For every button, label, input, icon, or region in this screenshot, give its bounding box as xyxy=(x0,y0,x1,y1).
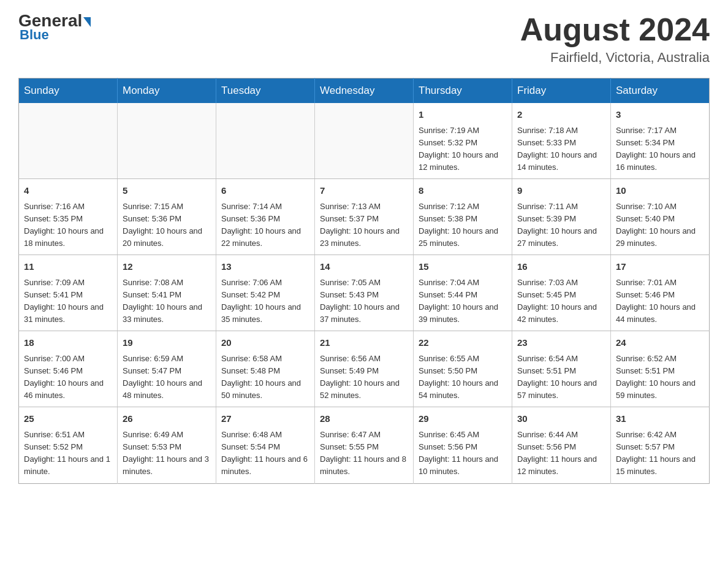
col-wednesday: Wednesday xyxy=(315,79,414,104)
calendar-cell-w5-d7: 31Sunrise: 6:42 AM Sunset: 5:57 PM Dayli… xyxy=(611,407,710,483)
month-title: August 2024 xyxy=(520,12,710,47)
day-number: 15 xyxy=(419,260,507,274)
day-number: 9 xyxy=(517,184,605,198)
calendar-cell-w5-d3: 27Sunrise: 6:48 AM Sunset: 5:54 PM Dayli… xyxy=(216,407,315,483)
day-info: Sunrise: 6:51 AM Sunset: 5:52 PM Dayligh… xyxy=(24,429,112,478)
calendar-cell-w3-d5: 15Sunrise: 7:04 AM Sunset: 5:44 PM Dayli… xyxy=(414,255,512,331)
calendar-cell-w2-d1: 4Sunrise: 7:16 AM Sunset: 5:35 PM Daylig… xyxy=(19,179,118,255)
day-info: Sunrise: 7:03 AM Sunset: 5:45 PM Dayligh… xyxy=(517,277,605,326)
page-header: General Blue August 2024 Fairfield, Vict… xyxy=(18,12,710,66)
day-number: 2 xyxy=(517,108,605,122)
day-number: 12 xyxy=(123,260,211,274)
day-info: Sunrise: 7:09 AM Sunset: 5:41 PM Dayligh… xyxy=(24,277,112,326)
calendar-cell-w1-d4 xyxy=(315,103,414,179)
calendar-cell-w1-d7: 3Sunrise: 7:17 AM Sunset: 5:34 PM Daylig… xyxy=(611,103,710,179)
calendar-cell-w1-d2 xyxy=(118,103,216,179)
day-info: Sunrise: 7:00 AM Sunset: 5:46 PM Dayligh… xyxy=(24,353,112,402)
calendar-cell-w3-d4: 14Sunrise: 7:05 AM Sunset: 5:43 PM Dayli… xyxy=(315,255,414,331)
calendar-cell-w3-d3: 13Sunrise: 7:06 AM Sunset: 5:42 PM Dayli… xyxy=(216,255,315,331)
calendar-cell-w2-d7: 10Sunrise: 7:10 AM Sunset: 5:40 PM Dayli… xyxy=(611,179,710,255)
logo-blue: Blue xyxy=(18,27,49,43)
calendar-cell-w1-d5: 1Sunrise: 7:19 AM Sunset: 5:32 PM Daylig… xyxy=(414,103,512,179)
calendar-cell-w4-d6: 23Sunrise: 6:54 AM Sunset: 5:51 PM Dayli… xyxy=(512,331,611,407)
day-info: Sunrise: 7:19 AM Sunset: 5:32 PM Dayligh… xyxy=(419,124,507,174)
day-info: Sunrise: 7:06 AM Sunset: 5:42 PM Dayligh… xyxy=(221,277,309,326)
day-number: 8 xyxy=(419,184,507,198)
day-number: 30 xyxy=(517,412,605,426)
col-thursday: Thursday xyxy=(414,79,512,104)
day-number: 11 xyxy=(24,260,112,274)
day-number: 24 xyxy=(616,336,704,350)
col-sunday: Sunday xyxy=(19,79,118,104)
day-info: Sunrise: 7:18 AM Sunset: 5:33 PM Dayligh… xyxy=(517,124,605,174)
day-number: 16 xyxy=(517,260,605,274)
day-info: Sunrise: 6:49 AM Sunset: 5:53 PM Dayligh… xyxy=(123,429,211,478)
day-number: 5 xyxy=(123,184,211,198)
day-number: 19 xyxy=(123,336,211,350)
day-number: 17 xyxy=(616,260,704,274)
day-info: Sunrise: 7:16 AM Sunset: 5:35 PM Dayligh… xyxy=(24,201,112,250)
day-number: 4 xyxy=(24,184,112,198)
day-info: Sunrise: 6:45 AM Sunset: 5:56 PM Dayligh… xyxy=(419,429,507,478)
calendar-cell-w2-d3: 6Sunrise: 7:14 AM Sunset: 5:36 PM Daylig… xyxy=(216,179,315,255)
calendar-cell-w4-d5: 22Sunrise: 6:55 AM Sunset: 5:50 PM Dayli… xyxy=(414,331,512,407)
day-number: 18 xyxy=(24,336,112,350)
day-number: 6 xyxy=(221,184,309,198)
calendar-cell-w3-d7: 17Sunrise: 7:01 AM Sunset: 5:46 PM Dayli… xyxy=(611,255,710,331)
day-info: Sunrise: 6:47 AM Sunset: 5:55 PM Dayligh… xyxy=(320,429,408,478)
day-info: Sunrise: 7:13 AM Sunset: 5:37 PM Dayligh… xyxy=(320,201,408,250)
day-number: 25 xyxy=(24,412,112,426)
calendar-table: Sunday Monday Tuesday Wednesday Thursday… xyxy=(18,78,710,483)
calendar-cell-w3-d6: 16Sunrise: 7:03 AM Sunset: 5:45 PM Dayli… xyxy=(512,255,611,331)
calendar-cell-w2-d4: 7Sunrise: 7:13 AM Sunset: 5:37 PM Daylig… xyxy=(315,179,414,255)
day-number: 29 xyxy=(419,412,507,426)
day-info: Sunrise: 6:54 AM Sunset: 5:51 PM Dayligh… xyxy=(517,353,605,402)
title-area: August 2024 Fairfield, Victoria, Austral… xyxy=(520,12,710,66)
calendar-cell-w2-d2: 5Sunrise: 7:15 AM Sunset: 5:36 PM Daylig… xyxy=(118,179,216,255)
day-info: Sunrise: 6:55 AM Sunset: 5:50 PM Dayligh… xyxy=(419,353,507,402)
week-row-3: 11Sunrise: 7:09 AM Sunset: 5:41 PM Dayli… xyxy=(19,255,710,331)
day-info: Sunrise: 7:08 AM Sunset: 5:41 PM Dayligh… xyxy=(123,277,211,326)
week-row-4: 18Sunrise: 7:00 AM Sunset: 5:46 PM Dayli… xyxy=(19,331,710,407)
day-number: 14 xyxy=(320,260,408,274)
day-number: 26 xyxy=(123,412,211,426)
calendar-cell-w1-d6: 2Sunrise: 7:18 AM Sunset: 5:33 PM Daylig… xyxy=(512,103,611,179)
day-number: 10 xyxy=(616,184,704,198)
day-info: Sunrise: 6:52 AM Sunset: 5:51 PM Dayligh… xyxy=(616,353,704,402)
day-info: Sunrise: 7:01 AM Sunset: 5:46 PM Dayligh… xyxy=(616,277,704,326)
day-info: Sunrise: 7:04 AM Sunset: 5:44 PM Dayligh… xyxy=(419,277,507,326)
calendar-cell-w5-d6: 30Sunrise: 6:44 AM Sunset: 5:56 PM Dayli… xyxy=(512,407,611,483)
week-row-2: 4Sunrise: 7:16 AM Sunset: 5:35 PM Daylig… xyxy=(19,179,710,255)
week-row-5: 25Sunrise: 6:51 AM Sunset: 5:52 PM Dayli… xyxy=(19,407,710,483)
day-info: Sunrise: 7:05 AM Sunset: 5:43 PM Dayligh… xyxy=(320,277,408,326)
day-info: Sunrise: 6:58 AM Sunset: 5:48 PM Dayligh… xyxy=(221,353,309,402)
day-info: Sunrise: 7:17 AM Sunset: 5:34 PM Dayligh… xyxy=(616,124,704,174)
day-number: 3 xyxy=(616,108,704,122)
logo: General Blue xyxy=(18,12,91,43)
calendar-header-row: Sunday Monday Tuesday Wednesday Thursday… xyxy=(19,79,710,104)
calendar-cell-w1-d3 xyxy=(216,103,315,179)
day-number: 1 xyxy=(419,108,507,122)
day-number: 31 xyxy=(616,412,704,426)
day-number: 21 xyxy=(320,336,408,350)
day-number: 22 xyxy=(419,336,507,350)
calendar-cell-w4-d4: 21Sunrise: 6:56 AM Sunset: 5:49 PM Dayli… xyxy=(315,331,414,407)
day-info: Sunrise: 7:11 AM Sunset: 5:39 PM Dayligh… xyxy=(517,201,605,250)
calendar-cell-w5-d1: 25Sunrise: 6:51 AM Sunset: 5:52 PM Dayli… xyxy=(19,407,118,483)
calendar-cell-w1-d1 xyxy=(19,103,118,179)
day-number: 7 xyxy=(320,184,408,198)
col-saturday: Saturday xyxy=(611,79,710,104)
day-number: 28 xyxy=(320,412,408,426)
location-title: Fairfield, Victoria, Australia xyxy=(520,50,710,66)
day-info: Sunrise: 6:44 AM Sunset: 5:56 PM Dayligh… xyxy=(517,429,605,478)
calendar-cell-w3-d1: 11Sunrise: 7:09 AM Sunset: 5:41 PM Dayli… xyxy=(19,255,118,331)
week-row-1: 1Sunrise: 7:19 AM Sunset: 5:32 PM Daylig… xyxy=(19,103,710,179)
day-info: Sunrise: 7:15 AM Sunset: 5:36 PM Dayligh… xyxy=(123,201,211,250)
day-info: Sunrise: 6:48 AM Sunset: 5:54 PM Dayligh… xyxy=(221,429,309,478)
day-info: Sunrise: 7:10 AM Sunset: 5:40 PM Dayligh… xyxy=(616,201,704,250)
calendar-cell-w4-d3: 20Sunrise: 6:58 AM Sunset: 5:48 PM Dayli… xyxy=(216,331,315,407)
day-info: Sunrise: 7:14 AM Sunset: 5:36 PM Dayligh… xyxy=(221,201,309,250)
calendar-cell-w4-d1: 18Sunrise: 7:00 AM Sunset: 5:46 PM Dayli… xyxy=(19,331,118,407)
day-info: Sunrise: 6:59 AM Sunset: 5:47 PM Dayligh… xyxy=(123,353,211,402)
day-number: 27 xyxy=(221,412,309,426)
